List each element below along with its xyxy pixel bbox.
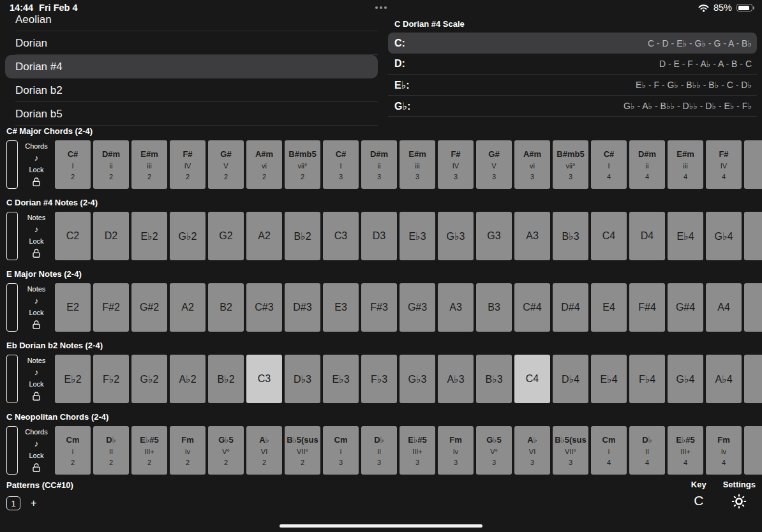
- note-cell[interactable]: G♭4: [706, 212, 742, 260]
- note-cell[interactable]: D♭4: [553, 355, 588, 403]
- note-cell[interactable]: B♭3: [553, 212, 588, 260]
- chord-cell[interactable]: E♭#5III+4: [668, 426, 703, 475]
- note-cell[interactable]: G♭3: [400, 355, 435, 403]
- note-cell[interactable]: C#4: [514, 283, 550, 332]
- note-cell[interactable]: F♭3: [361, 355, 397, 403]
- lock-icon[interactable]: [33, 463, 40, 472]
- scale-key-row[interactable]: C:C - D - E♭ - G♭ - G - A - B♭: [388, 33, 757, 54]
- note-cell[interactable]: G#3: [400, 283, 435, 332]
- lock-icon[interactable]: [33, 249, 40, 258]
- lock-icon[interactable]: [33, 177, 40, 186]
- note-cell[interactable]: G2: [208, 212, 244, 260]
- chord-cell[interactable]: F#IV2: [170, 140, 205, 189]
- home-indicator[interactable]: [280, 524, 482, 528]
- chord-cell[interactable]: Cmi3: [323, 426, 359, 475]
- scale-list-item[interactable]: Dorian b5: [0, 102, 383, 126]
- chord-cell[interactable]: A#mvi3: [514, 140, 550, 189]
- note-cell[interactable]: D2: [93, 212, 129, 260]
- chord-cell[interactable]: G♭5V°2: [208, 426, 244, 475]
- chord-cell[interactable]: A♭VI3: [514, 426, 550, 475]
- note-cell[interactable]: D3: [361, 212, 397, 260]
- chord-cell[interactable]: D♭II2: [93, 426, 129, 475]
- note-cell[interactable]: F#3: [361, 283, 397, 332]
- partial-cell[interactable]: [744, 426, 762, 475]
- note-cell[interactable]: D♭3: [285, 355, 320, 403]
- chord-cell[interactable]: A#mvi2: [246, 140, 282, 189]
- chord-cell[interactable]: B♭5(susVII°2: [285, 426, 320, 475]
- gear-icon[interactable]: [731, 493, 747, 510]
- chord-cell[interactable]: E♭#5III+3: [400, 426, 435, 475]
- chord-cell[interactable]: D♭II4: [629, 426, 665, 475]
- handle-box[interactable]: [6, 212, 18, 260]
- add-pattern-button[interactable]: +: [31, 498, 36, 508]
- chord-cell[interactable]: B#mb5vii°2: [285, 140, 320, 189]
- pattern-button[interactable]: 1: [6, 496, 20, 510]
- partial-cell[interactable]: [744, 355, 762, 403]
- chord-cell[interactable]: C#I3: [323, 140, 359, 189]
- note-cell[interactable]: E♭3: [323, 355, 359, 403]
- note-cell[interactable]: C2: [55, 212, 91, 260]
- note-cell[interactable]: G♭2: [131, 355, 167, 403]
- note-cell[interactable]: E♭4: [591, 355, 627, 403]
- note-cell[interactable]: E2: [55, 283, 91, 332]
- chord-cell[interactable]: E♭#5III+2: [131, 426, 167, 475]
- chord-cell[interactable]: F#IV4: [706, 140, 742, 189]
- chord-cell[interactable]: Cmi4: [591, 426, 627, 475]
- note-cell[interactable]: A♭4: [706, 355, 742, 403]
- note-cell[interactable]: B♭2: [285, 212, 320, 260]
- note-cell[interactable]: G♭4: [668, 355, 703, 403]
- chord-cell[interactable]: D#mii3: [361, 140, 397, 189]
- chord-cell[interactable]: Cmi2: [55, 426, 91, 475]
- chord-cell[interactable]: Fmiv3: [438, 426, 474, 475]
- note-cell[interactable]: G#4: [668, 283, 703, 332]
- note-cell[interactable]: C3: [323, 212, 359, 260]
- note-cell[interactable]: B2: [208, 283, 244, 332]
- note-cell[interactable]: G♭3: [438, 212, 474, 260]
- note-cell[interactable]: G3: [476, 212, 512, 260]
- chord-cell[interactable]: B#mb5vii°3: [553, 140, 588, 189]
- scale-list-item[interactable]: Aeolian: [0, 15, 383, 31]
- chord-cell[interactable]: E#miii3: [400, 140, 435, 189]
- note-cell[interactable]: A♭2: [170, 355, 205, 403]
- chord-cell[interactable]: Fmiv2: [170, 426, 205, 475]
- handle-box[interactable]: [6, 283, 18, 332]
- lock-icon[interactable]: [33, 320, 40, 329]
- chord-cell[interactable]: C#I4: [591, 140, 627, 189]
- key-value[interactable]: C: [694, 493, 703, 508]
- note-cell[interactable]: E♭4: [668, 212, 703, 260]
- scale-list-item[interactable]: Dorian #4: [5, 55, 378, 78]
- chord-cell[interactable]: E#miii2: [131, 140, 167, 189]
- chord-cell[interactable]: F#IV3: [438, 140, 474, 189]
- chord-cell[interactable]: G♭5V°3: [476, 426, 512, 475]
- partial-cell[interactable]: [744, 140, 762, 189]
- note-cell[interactable]: E4: [591, 283, 627, 332]
- note-cell[interactable]: F#2: [93, 283, 129, 332]
- note-cell[interactable]: G#2: [131, 283, 167, 332]
- note-cell[interactable]: E♭3: [400, 212, 435, 260]
- note-cell[interactable]: E♭2: [131, 212, 167, 260]
- chord-cell[interactable]: Fmiv4: [706, 426, 742, 475]
- handle-box[interactable]: [6, 140, 18, 189]
- chord-cell[interactable]: B♭5(susVII°3: [553, 426, 588, 475]
- note-cell[interactable]: A2: [170, 283, 205, 332]
- note-cell[interactable]: B3: [476, 283, 512, 332]
- chord-cell[interactable]: A♭VI2: [246, 426, 282, 475]
- note-cell[interactable]: A3: [438, 283, 474, 332]
- handle-box[interactable]: [6, 426, 18, 475]
- note-cell[interactable]: D#3: [285, 283, 320, 332]
- chord-cell[interactable]: C#I2: [55, 140, 91, 189]
- partial-cell[interactable]: [744, 212, 762, 260]
- note-cell[interactable]: F#4: [629, 283, 665, 332]
- note-cell[interactable]: B♭3: [476, 355, 512, 403]
- lock-icon[interactable]: [33, 392, 40, 401]
- note-cell[interactable]: E♭2: [55, 355, 91, 403]
- chord-cell[interactable]: E#miii4: [668, 140, 703, 189]
- note-cell[interactable]: D#4: [553, 283, 588, 332]
- note-cell[interactable]: B♭2: [208, 355, 244, 403]
- chord-cell[interactable]: D#mii4: [629, 140, 665, 189]
- note-cell[interactable]: F♭2: [93, 355, 129, 403]
- chord-cell[interactable]: D♭II3: [361, 426, 397, 475]
- note-cell[interactable]: F♭4: [629, 355, 665, 403]
- scale-key-row[interactable]: D:D - E - F - A♭ - A - B - C: [388, 54, 757, 75]
- note-cell[interactable]: A4: [706, 283, 742, 332]
